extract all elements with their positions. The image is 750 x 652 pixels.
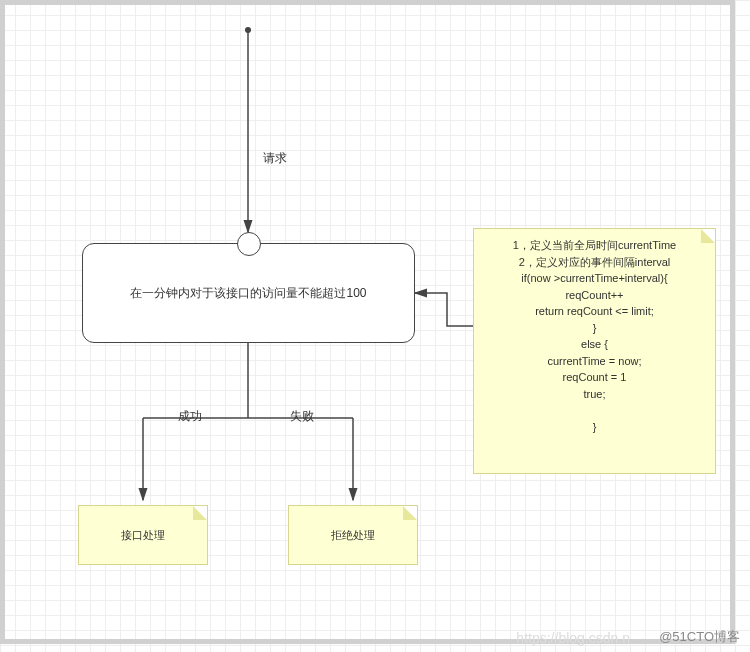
watermark-faint: https://blog.csdn.n <box>516 630 630 646</box>
watermark-strong: @51CTO博客 <box>659 628 740 646</box>
process-rate-limit: 在一分钟内对于该接口的访问量不能超过100 <box>82 243 415 343</box>
entry-connector-icon <box>237 232 261 256</box>
process-text: 在一分钟内对于该接口的访问量不能超过100 <box>130 285 366 302</box>
branch-fail-label: 失败 <box>290 408 314 425</box>
branch-success-label: 成功 <box>178 408 202 425</box>
svg-point-1 <box>245 27 251 33</box>
request-label: 请求 <box>263 150 287 167</box>
success-note: 接口处理 <box>78 505 208 565</box>
fail-note: 拒绝处理 <box>288 505 418 565</box>
logic-note: 1，定义当前全局时间currentTime 2，定义对应的事件间隔interva… <box>473 228 716 474</box>
